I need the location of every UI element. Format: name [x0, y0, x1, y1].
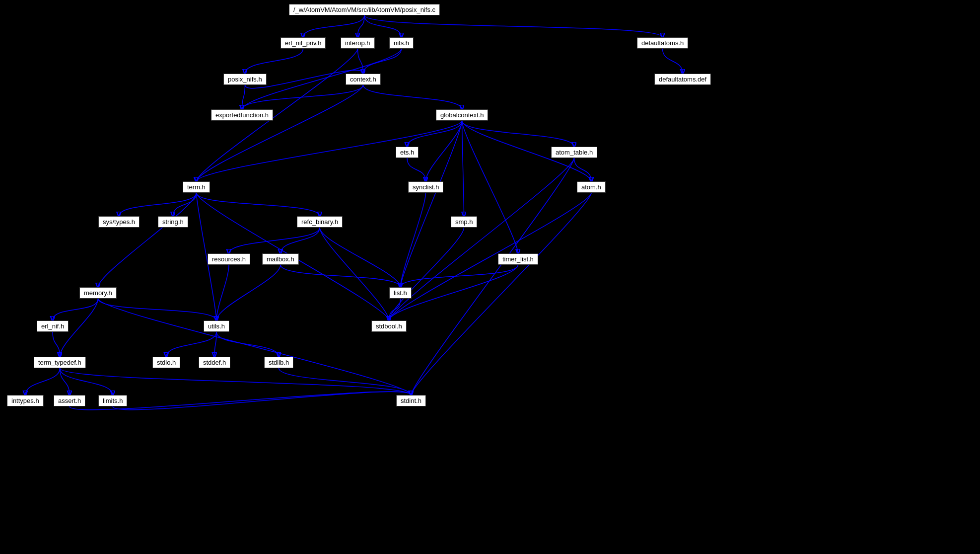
node-erl_nif_h: erl_nif.h: [37, 320, 69, 332]
node-timer_list_h: timer_list.h: [498, 253, 538, 265]
edge-posix_nifs_c-to-defaultatoms_h: [364, 15, 663, 37]
node-string_h: string.h: [158, 216, 188, 228]
node-assert_h: assert.h: [54, 395, 85, 406]
edge-erl_nif_h-to-term_typedef_h: [53, 332, 60, 357]
node-nifs_h: nifs.h: [389, 37, 414, 49]
node-atom_table_h: atom_table.h: [551, 147, 597, 158]
node-utils_h: utils.h: [204, 320, 229, 332]
edge-refc_binary_h-to-mailbox_h: [280, 228, 320, 253]
node-posix_nifs_c: /_w/AtomVM/AtomVM/src/libAtomVM/posix_ni…: [289, 4, 440, 15]
edge-refc_binary_h-to-list_h: [320, 228, 401, 287]
edge-defaultatoms_h-to-defaultatoms_def: [663, 49, 683, 74]
node-interop_h: interop.h: [341, 37, 375, 49]
node-defaultatoms_h: defaultatoms.h: [637, 37, 688, 49]
edge-globalcontext_h-to-timer_list_h: [462, 121, 518, 253]
edge-context_h-to-globalcontext_h: [363, 85, 462, 109]
node-context_h: context.h: [346, 74, 381, 85]
edge-term_typedef_h-to-stdint_h: [60, 368, 412, 395]
node-stdint_h: stdint.h: [396, 395, 426, 406]
node-sys_types_h: sys/types.h: [98, 216, 140, 228]
edge-term_h-to-memory_h: [98, 193, 197, 287]
node-smp_h: smp.h: [451, 216, 477, 228]
node-resources_h: resources.h: [208, 253, 250, 265]
edge-globalcontext_h-to-term_h: [197, 121, 462, 181]
edge-ets_h-to-synclist_h: [407, 158, 426, 181]
edge-resources_h-to-utils_h: [216, 265, 229, 320]
edge-globalcontext_h-to-atom_table_h: [462, 121, 574, 147]
edge-refc_binary_h-to-resources_h: [229, 228, 320, 253]
edge-term_h-to-refc_binary_h: [197, 193, 320, 216]
node-defaultatoms_def: defaultatoms.def: [654, 74, 711, 85]
edge-refc_binary_h-to-stdbool_h: [320, 228, 389, 320]
edge-utils_h-to-stdio_h: [166, 332, 216, 357]
edge-timer_list_h-to-list_h: [401, 265, 518, 287]
edge-nifs_h-to-context_h: [363, 49, 402, 74]
node-term_h: term.h: [183, 181, 210, 193]
node-stdio_h: stdio.h: [152, 357, 180, 368]
node-synclist_h: synclist.h: [408, 181, 443, 193]
node-stddef_h: stddef.h: [199, 357, 230, 368]
edge-term_typedef_h-to-limits_h: [60, 368, 113, 395]
node-stdbool_h: stdbool.h: [371, 320, 407, 332]
edge-posix_nifs_c-to-erl_nif_priv_h: [303, 15, 365, 37]
node-memory_h: memory.h: [79, 287, 117, 299]
edge-globalcontext_h-to-smp_h: [462, 121, 464, 216]
node-atom_h: atom.h: [577, 181, 606, 193]
edge-memory_h-to-stdint_h: [98, 299, 412, 395]
edge-interop_h-to-context_h: [358, 49, 363, 74]
node-globalcontext_h: globalcontext.h: [436, 109, 488, 121]
edge-atom_h-to-stdbool_h: [389, 193, 592, 320]
edge-memory_h-to-utils_h: [98, 299, 217, 320]
node-mailbox_h: mailbox.h: [262, 253, 299, 265]
node-term_typedef_h: term_typedef.h: [34, 357, 86, 368]
node-posix_nifs_h: posix_nifs.h: [223, 74, 267, 85]
edge-memory_h-to-erl_nif_h: [53, 299, 98, 320]
node-ets_h: ets.h: [396, 147, 419, 158]
edge-atom_table_h-to-atom_h: [574, 158, 592, 181]
node-inttypes_h: inttypes.h: [7, 395, 44, 406]
dependency-graph-edges: [0, 0, 980, 554]
edge-context_h-to-exportedfunction_h: [242, 85, 363, 109]
node-stdlib_h: stdlib.h: [264, 357, 293, 368]
node-list_h: list.h: [389, 287, 412, 299]
node-limits_h: limits.h: [98, 395, 127, 406]
edge-term_h-to-string_h: [173, 193, 197, 216]
edge-term_typedef_h-to-inttypes_h: [25, 368, 60, 395]
edge-mailbox_h-to-utils_h: [216, 265, 280, 320]
node-erl_nif_priv_h: erl_nif_priv.h: [280, 37, 326, 49]
edge-erl_nif_priv_h-to-posix_nifs_h: [245, 49, 303, 74]
edge-stdlib_h-to-stdint_h: [279, 368, 412, 395]
edge-mailbox_h-to-list_h: [280, 265, 401, 287]
node-exportedfunction_h: exportedfunction.h: [211, 109, 273, 121]
edge-globalcontext_h-to-ets_h: [407, 121, 462, 147]
edge-utils_h-to-stdlib_h: [216, 332, 279, 357]
node-refc_binary_h: refc_binary.h: [297, 216, 343, 228]
